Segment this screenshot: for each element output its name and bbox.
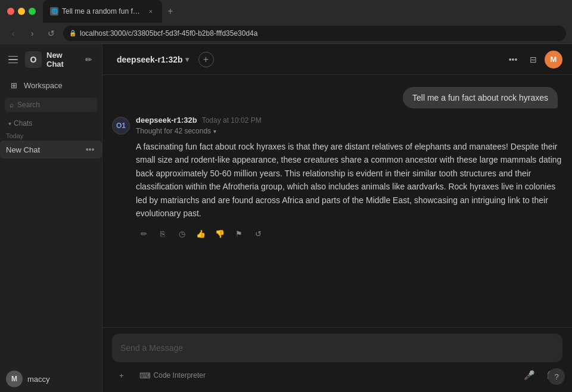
app-name: New Chat: [46, 51, 77, 69]
refresh-response-button[interactable]: ↺: [250, 226, 266, 241]
url-bar[interactable]: 🔒 localhost:3000/c/33805bcf-5d3f-45f0-b2…: [63, 26, 566, 41]
audio-button[interactable]: ◷: [174, 226, 189, 241]
ai-avatar: O1: [112, 117, 130, 135]
app-logo: O: [25, 51, 42, 68]
ai-response-text: A fascinating fun fact about rock hyraxe…: [136, 140, 562, 220]
copy-message-button[interactable]: ⎘: [155, 226, 170, 241]
user-avatar-small[interactable]: M: [6, 371, 23, 387]
chat-header: deepseek-r1:32b ▾ + ••• ⊟ M: [102, 44, 572, 75]
add-attachment-button[interactable]: +: [113, 369, 130, 382]
chat-item-label: New Chat: [6, 145, 84, 154]
ai-message-wrap: O1 deepseek-r1:32b Today at 10:02 PM Tho…: [102, 111, 572, 246]
sidebar-item-workspace[interactable]: ⊞ Workspace: [4, 76, 98, 94]
search-placeholder: Search: [17, 101, 40, 109]
tab-title: Tell me a random fun fact ab...: [62, 7, 143, 15]
thought-indicator[interactable]: Thought for 42 seconds ▾: [136, 127, 562, 135]
chats-section: ▾ Chats: [0, 114, 102, 130]
user-message-wrap: Tell me a fun fact about rock hyraxes: [102, 85, 572, 111]
user-message-text: Tell me a fun fact about rock hyraxes: [412, 93, 548, 102]
chats-chevron-icon: ▾: [8, 120, 11, 127]
plus-icon: +: [119, 371, 124, 380]
input-area: Send a Message + ⌨ Code Interpreter 🎤 🎧: [102, 327, 572, 392]
sidebar-footer: M maccy: [0, 366, 102, 392]
thought-label: Thought for 42 seconds: [136, 127, 211, 135]
lock-icon: 🔒: [69, 30, 76, 36]
model-chevron-icon: ▾: [185, 55, 189, 64]
messages-container: Tell me a fun fact about rock hyraxes O1…: [102, 75, 572, 327]
active-tab[interactable]: 🌐 Tell me a random fun fact ab... ×: [43, 0, 162, 23]
reload-button[interactable]: ↺: [44, 26, 58, 41]
ai-actions: ✏ ⎘ ◷ 👍 👎 ⚑ ↺: [136, 226, 562, 241]
sidebar-header: O New Chat ✏: [0, 44, 102, 75]
minimize-window-button[interactable]: [18, 8, 25, 15]
user-bubble: Tell me a fun fact about rock hyraxes: [403, 87, 558, 108]
flag-button[interactable]: ⚑: [231, 226, 247, 241]
code-interpreter-button[interactable]: ⌨ Code Interpreter: [133, 369, 212, 382]
model-selector[interactable]: deepseek-r1:32b ▾: [112, 52, 194, 67]
back-button[interactable]: ‹: [6, 26, 20, 41]
workspace-icon: ⊞: [8, 80, 19, 91]
code-icon: ⌨: [139, 371, 151, 380]
titlebar: 🌐 Tell me a random fun fact ab... × +: [0, 0, 572, 23]
ai-time: Today at 10:02 PM: [202, 116, 262, 125]
layout-button[interactable]: ⊟: [524, 51, 542, 69]
forward-button[interactable]: ›: [25, 26, 39, 41]
input-placeholder: Send a Message: [120, 343, 554, 353]
user-avatar-header[interactable]: M: [545, 51, 562, 69]
thought-chevron-icon: ▾: [213, 128, 216, 135]
today-label: Today: [0, 130, 102, 141]
model-name: deepseek-r1:32b: [117, 55, 183, 64]
workspace-label: Workspace: [24, 81, 63, 90]
app-container: O New Chat ✏ ⊞ Workspace ⌕ Search ▾ Chat…: [0, 44, 572, 392]
sidebar-nav: ⊞ Workspace: [0, 75, 102, 95]
ai-meta: deepseek-r1:32b Today at 10:02 PM: [136, 116, 562, 125]
help-button[interactable]: ?: [548, 368, 565, 385]
close-window-button[interactable]: [7, 8, 14, 15]
chats-section-header[interactable]: ▾ Chats: [6, 118, 96, 129]
menu-icon[interactable]: [6, 52, 20, 67]
sidebar: O New Chat ✏ ⊞ Workspace ⌕ Search ▾ Chat…: [0, 44, 102, 392]
new-tab-button[interactable]: +: [162, 3, 179, 20]
url-text: localhost:3000/c/33805bcf-5d3f-45f0-b2b8…: [80, 29, 257, 38]
addressbar: ‹ › ↺ 🔒 localhost:3000/c/33805bcf-5d3f-4…: [0, 23, 572, 44]
tab-favicon: 🌐: [50, 7, 58, 15]
chats-label: Chats: [14, 119, 32, 127]
tab-close-button[interactable]: ×: [147, 7, 155, 15]
username: maccy: [27, 375, 50, 384]
traffic-lights: [7, 8, 36, 15]
code-interpreter-label: Code Interpreter: [154, 371, 206, 379]
header-actions: ••• ⊟ M: [504, 51, 562, 69]
search-box[interactable]: ⌕ Search: [5, 98, 97, 112]
chat-item-new-chat[interactable]: New Chat •••: [0, 141, 102, 158]
microphone-button[interactable]: 🎤: [520, 366, 539, 385]
input-toolbar: + ⌨ Code Interpreter 🎤 🎧: [112, 362, 562, 386]
more-options-button[interactable]: •••: [504, 51, 522, 69]
maximize-window-button[interactable]: [29, 8, 36, 15]
main-content: deepseek-r1:32b ▾ + ••• ⊟ M Tell me a fu…: [102, 44, 572, 392]
ai-name: deepseek-r1:32b: [136, 116, 197, 125]
thumbs-down-button[interactable]: 👎: [212, 226, 228, 241]
new-chat-icon-button[interactable]: ✏: [82, 52, 96, 67]
add-context-button[interactable]: +: [198, 52, 214, 67]
edit-message-button[interactable]: ✏: [136, 226, 151, 241]
search-icon: ⌕: [10, 101, 14, 109]
tab-bar: 🌐 Tell me a random fun fact ab... × +: [43, 0, 565, 23]
message-input[interactable]: Send a Message: [112, 334, 562, 362]
thumbs-up-button[interactable]: 👍: [193, 226, 209, 241]
ai-content: deepseek-r1:32b Today at 10:02 PM Though…: [136, 116, 562, 241]
chat-item-more-button[interactable]: •••: [84, 144, 96, 155]
